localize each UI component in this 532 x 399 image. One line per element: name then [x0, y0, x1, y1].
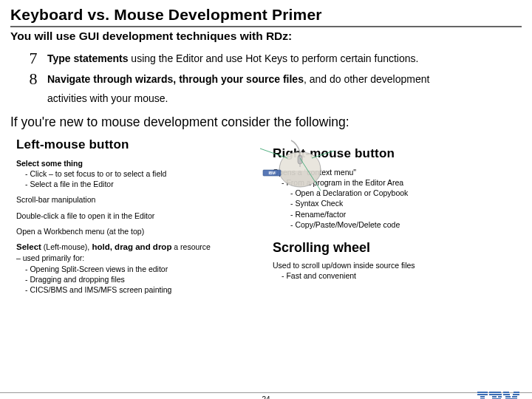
svg-rect-8	[477, 392, 488, 393]
svg-rect-24	[503, 392, 509, 393]
drag-block: Select (Left-mouse), hold, drag and drop…	[16, 242, 265, 295]
left-column: Left-mouse button Select some thing - Cl…	[10, 137, 265, 300]
bullet-list: 7 Type statements using the Editor and u…	[25, 50, 522, 106]
svg-rect-16	[489, 394, 502, 395]
svg-line-6	[312, 151, 334, 158]
scrolling-wheel-heading: Scrolling wheel	[273, 240, 522, 256]
scrolling-text: Used to scroll up/down inside source fil…	[273, 260, 522, 281]
slide-title: Keyboard vs. Mouse Development Primer	[10, 6, 522, 27]
slide-subtitle: You will use GUI development techniques …	[10, 30, 522, 43]
left-mouse-heading: Left-mouse button	[16, 137, 265, 152]
svg-rect-25	[514, 392, 519, 393]
svg-line-5	[260, 149, 287, 158]
scrollbar-text: Scroll-bar manipulation	[16, 194, 265, 205]
svg-text:IBM: IBM	[268, 171, 275, 175]
columns: IBM Left-mouse button Select some thing …	[10, 137, 522, 300]
bullet-continuation: activities with your mouse.	[47, 92, 522, 106]
doubleclick-text: Double-click a file to open it in the Ed…	[16, 211, 265, 221]
keyboard-icon: 7	[25, 50, 41, 66]
svg-rect-17	[492, 396, 497, 398]
svg-rect-2	[298, 155, 302, 164]
svg-rect-29	[512, 396, 517, 398]
bullet-text: Navigate through wizards, through your s…	[47, 71, 429, 86]
svg-rect-15	[489, 392, 501, 393]
svg-rect-26	[503, 394, 510, 395]
svg-rect-9	[477, 394, 488, 395]
svg-rect-10	[480, 396, 485, 398]
bullet-text: Type statements using the Editor and use…	[47, 50, 418, 66]
select-block: Select some thing - Click – to set focus…	[16, 158, 265, 190]
page-number: 24	[262, 395, 270, 399]
bullet-item: 7 Type statements using the Editor and u…	[25, 50, 522, 66]
ibm-logo	[477, 390, 520, 399]
svg-rect-27	[513, 394, 519, 395]
footer: 24	[0, 392, 532, 395]
bullet-item: 8 Navigate through wizards, through your…	[25, 71, 522, 87]
workbench-text: Open a Workbench menu (at the top)	[16, 226, 265, 236]
mouse-illustration: IBM	[254, 137, 335, 197]
section-heading: If you're new to mouse development consi…	[10, 115, 522, 130]
mouse-icon: 8	[25, 71, 41, 87]
svg-rect-18	[498, 396, 502, 398]
svg-rect-28	[505, 396, 511, 398]
